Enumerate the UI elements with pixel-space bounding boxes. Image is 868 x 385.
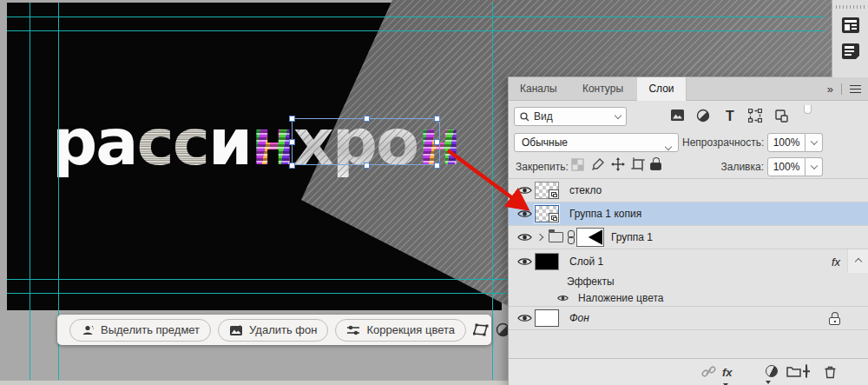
smart-object-badge-icon xyxy=(549,189,559,199)
filter-type-layers-icon[interactable]: T xyxy=(722,109,738,124)
collapse-panel-icon[interactable]: » xyxy=(827,83,833,96)
layer-style-fx-icon[interactable]: fx xyxy=(722,366,738,381)
opacity-label: Непрозрачность: xyxy=(682,136,764,149)
select-subject-label: Выделить предмет xyxy=(101,323,200,336)
lock-label: Закрепить: xyxy=(516,161,569,173)
visibility-eye-icon[interactable] xyxy=(517,209,532,219)
color-correction-button[interactable]: Коррекция цвета xyxy=(335,319,466,342)
panel-dock xyxy=(832,0,868,77)
remove-background-button[interactable]: Удалить фон xyxy=(218,319,328,342)
layers-panel: Каналы Контуры Слои » Вид T xyxy=(508,76,868,385)
group-mask-thumbnail[interactable] xyxy=(576,228,604,247)
transform-handle-br[interactable] xyxy=(434,163,440,169)
tab-channels[interactable]: Каналы xyxy=(509,77,569,101)
headline-seg-4-glitch: н xyxy=(251,105,293,179)
visibility-eye-icon[interactable] xyxy=(517,256,532,267)
filter-toggle-switch[interactable] xyxy=(804,105,812,114)
dock-drag-handle[interactable] xyxy=(836,5,865,9)
transform-handle-tl[interactable] xyxy=(289,116,295,122)
color-correction-label: Коррекция цвета xyxy=(366,323,455,336)
layer-locked-icon xyxy=(829,312,840,325)
layer-thumbnail[interactable] xyxy=(535,182,559,199)
lock-image-icon[interactable] xyxy=(591,157,607,173)
search-chevron-icon xyxy=(615,111,621,118)
color-overlay-row[interactable]: Наложение цвета xyxy=(509,289,868,306)
headline-seg-1: ра xyxy=(52,105,137,179)
filter-pixel-layers-icon[interactable] xyxy=(670,109,686,124)
remove-background-label: Удалить фон xyxy=(249,323,317,336)
layer-row-sloy-1[interactable]: Слой 1 fx xyxy=(509,249,868,273)
delete-layer-icon[interactable] xyxy=(824,365,839,380)
filter-toggle-pill xyxy=(804,105,812,114)
properties-panel-icon[interactable] xyxy=(842,17,859,33)
transform-tool-button[interactable] xyxy=(473,319,489,342)
new-layer-icon[interactable] xyxy=(806,364,807,378)
effect-eye-icon[interactable] xyxy=(557,294,569,302)
layer-row-gruppa-1-kopiya[interactable]: Группа 1 копия xyxy=(509,202,868,226)
contextual-task-bar: Выделить предмет Удалить фон Коррекция ц… xyxy=(57,315,491,345)
tab-layers[interactable]: Слои xyxy=(637,77,686,101)
transform-bounding-box[interactable] xyxy=(292,118,440,165)
fill-chevron[interactable] xyxy=(806,157,823,176)
layer-thumbnail-black[interactable] xyxy=(535,253,559,270)
libraries-panel-icon[interactable] xyxy=(842,43,859,59)
transform-handle-tm[interactable] xyxy=(364,116,370,122)
adjustment-layer-icon[interactable] xyxy=(766,365,781,380)
transform-handle-tr[interactable] xyxy=(434,116,440,122)
sliders-icon xyxy=(346,323,360,337)
panel-menu-icon[interactable] xyxy=(850,85,861,93)
headline-seg-3: и xyxy=(208,105,251,179)
filter-adjustment-layers-icon[interactable] xyxy=(696,109,712,124)
guide-vertical-1[interactable] xyxy=(30,3,30,380)
layer-fx-label[interactable]: fx xyxy=(832,255,840,268)
layer-name[interactable]: Слой 1 xyxy=(569,256,603,268)
lock-artboard-icon[interactable] xyxy=(631,157,647,173)
fx-collapse-strip[interactable] xyxy=(847,249,868,273)
image-remove-icon xyxy=(229,323,243,337)
tab-paths[interactable]: Контуры xyxy=(571,77,635,101)
layer-name[interactable]: Фон xyxy=(569,312,589,324)
layer-name[interactable]: Группа 1 xyxy=(611,231,653,243)
layer-thumbnail-selected[interactable] xyxy=(535,205,559,222)
group-expand-chevron-icon[interactable] xyxy=(536,234,543,241)
link-layers-icon[interactable] xyxy=(701,365,717,380)
photoshop-workspace: рассинхрон Выделить предмет Удалить ф xyxy=(0,0,868,385)
layer-row-steklo[interactable]: стекло xyxy=(509,179,868,202)
lock-position-icon[interactable] xyxy=(611,157,627,173)
layer-name[interactable]: Группа 1 копия xyxy=(569,208,641,220)
new-group-icon[interactable] xyxy=(786,365,802,380)
lock-all-icon[interactable] xyxy=(650,157,666,173)
layer-name[interactable]: стекло xyxy=(569,184,602,196)
visibility-eye-icon[interactable] xyxy=(517,232,532,242)
layer-row-gruppa-1[interactable]: Группа 1 xyxy=(509,226,868,249)
effects-header-row[interactable]: Эффекты xyxy=(509,273,868,289)
visibility-eye-icon[interactable] xyxy=(517,313,532,323)
layer-filter-search[interactable]: Вид xyxy=(514,107,627,126)
select-subject-button[interactable]: Выделить предмет xyxy=(69,319,211,342)
transform-handle-ml[interactable] xyxy=(289,139,295,145)
filter-shape-layers-icon[interactable] xyxy=(748,109,764,124)
guide-horizontal-1[interactable] xyxy=(7,17,825,17)
blend-mode-select[interactable]: Обычные xyxy=(514,133,679,152)
color-overlay-label: Наложение цвета xyxy=(578,292,663,304)
mask-link-icon[interactable] xyxy=(568,230,575,244)
transform-handle-bm[interactable] xyxy=(364,163,370,169)
transform-handle-bl[interactable] xyxy=(289,163,295,169)
guide-horizontal-2[interactable] xyxy=(7,30,825,31)
layers-bottom-toolbar: fx xyxy=(509,358,868,385)
lock-transparency-icon[interactable] xyxy=(571,158,587,174)
opacity-value[interactable]: 100% xyxy=(767,133,806,152)
opacity-chevron[interactable] xyxy=(806,133,823,152)
fx-collapse-chevron-icon xyxy=(854,257,861,264)
tabbar-divider xyxy=(841,83,842,95)
visibility-eye-icon[interactable] xyxy=(517,185,532,196)
filter-smart-objects-icon[interactable] xyxy=(774,109,790,124)
guide-vertical-3[interactable] xyxy=(492,3,493,380)
layer-row-fon[interactable]: Фон xyxy=(509,306,868,330)
group-folder-icon xyxy=(549,232,563,242)
search-icon xyxy=(520,112,529,122)
layer-thumbnail-white[interactable] xyxy=(535,309,559,327)
fill-value[interactable]: 100% xyxy=(767,157,806,176)
person-select-icon xyxy=(81,323,95,337)
transform-handle-mr[interactable] xyxy=(434,139,440,145)
